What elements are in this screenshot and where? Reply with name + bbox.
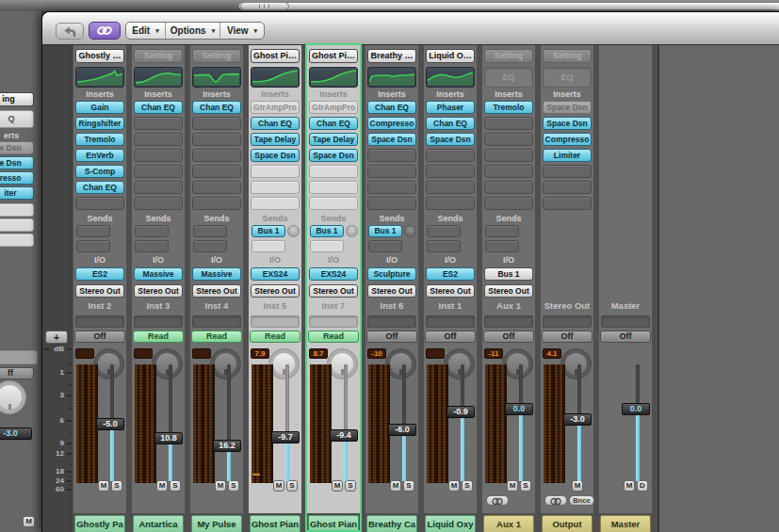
button-s[interactable]: S — [345, 480, 356, 492]
automation-mode-button[interactable]: Off — [366, 330, 417, 343]
output-slot[interactable]: Stereo Out — [75, 284, 124, 298]
track-name-tag[interactable]: Ghostly Pa — [74, 515, 125, 532]
send-slot[interactable] — [368, 240, 402, 252]
automation-mode-button[interactable]: Off — [542, 330, 592, 343]
link-mode-button[interactable] — [89, 22, 121, 40]
automation-mode-button[interactable]: Read — [250, 330, 300, 343]
eq-thumbnail[interactable] — [134, 67, 183, 88]
button-m[interactable]: M — [98, 480, 109, 492]
send-slot[interactable] — [193, 225, 227, 237]
group-slot[interactable] — [0, 350, 38, 364]
send-slot[interactable] — [310, 240, 344, 252]
eq-thumbnail[interactable] — [426, 67, 475, 88]
button-m[interactable]: M — [624, 480, 635, 492]
insert-slot[interactable] — [134, 181, 183, 194]
group-slot[interactable] — [426, 315, 475, 328]
send-slot[interactable]: Bus 1 — [252, 225, 285, 237]
insert-slot[interactable]: Phaser — [426, 101, 475, 114]
peak-display[interactable] — [426, 348, 445, 359]
send-slot[interactable] — [76, 240, 110, 252]
insert-slot[interactable]: Tremolo — [484, 101, 533, 114]
send-slot[interactable] — [76, 225, 110, 237]
insert-slot[interactable] — [484, 133, 533, 146]
automation-mode-button[interactable]: Read — [133, 330, 184, 343]
insert-slot[interactable]: iter — [0, 186, 34, 200]
insert-slot[interactable]: Space Dsn — [251, 149, 300, 162]
button-m[interactable]: M — [156, 480, 168, 492]
insert-slot[interactable] — [367, 197, 416, 210]
insert-slot[interactable]: Gain — [75, 101, 124, 114]
automation-mode-button[interactable]: Off — [74, 330, 125, 343]
channel-setting-button[interactable]: Setting — [543, 49, 592, 63]
send-level-knob[interactable] — [287, 225, 300, 237]
instrument-slot[interactable]: EXS24 — [251, 267, 300, 281]
send-slot[interactable] — [135, 225, 169, 237]
eq-display[interactable]: EQ — [543, 67, 592, 88]
track-name-tag[interactable]: Ghost Pian — [250, 515, 300, 532]
insert-slot[interactable]: e Dsn — [0, 141, 34, 154]
insert-slot[interactable]: Compresso — [367, 117, 416, 130]
insert-slot[interactable] — [309, 181, 358, 194]
peak-display[interactable]: -11 — [484, 348, 503, 359]
insert-slot[interactable] — [0, 218, 34, 232]
button-s[interactable]: S — [403, 480, 414, 492]
insert-slot[interactable] — [426, 181, 475, 194]
track-name-tag[interactable]: Ghost Pian — [308, 515, 359, 532]
insert-slot[interactable]: Chan EQ — [426, 117, 475, 130]
fader-value[interactable]: -0.9 — [446, 406, 475, 418]
window-titlebar[interactable]: Edit▾ Options▾ View▾ — [42, 12, 779, 45]
menu-edit[interactable]: Edit▾ — [126, 23, 166, 39]
group-slot[interactable] — [134, 315, 183, 328]
fader-value[interactable]: -6.0 — [388, 424, 416, 436]
insert-slot[interactable] — [543, 197, 592, 210]
automation-mode-button[interactable]: Off — [425, 330, 476, 343]
automation-mode-button[interactable]: Read — [191, 330, 242, 343]
button-s[interactable]: S — [520, 480, 531, 492]
track-name-tag[interactable]: Aux 1 — [483, 515, 534, 532]
instrument-slot[interactable]: Massive — [192, 267, 241, 281]
insert-slot[interactable] — [192, 181, 241, 194]
group-slot[interactable] — [75, 315, 124, 328]
peak-display[interactable] — [134, 348, 153, 359]
automation-mode-button[interactable]: Off — [600, 330, 651, 343]
button-m[interactable]: M — [332, 480, 343, 492]
eq-thumbnail[interactable] — [75, 67, 124, 88]
instrument-slot[interactable]: Sculpture — [367, 267, 416, 281]
button-s[interactable]: S — [111, 480, 122, 492]
insert-slot[interactable] — [251, 165, 300, 178]
fader-value[interactable]: -9.4 — [330, 429, 358, 442]
channel-setting-button[interactable]: Setting — [134, 49, 183, 63]
automation-mode-button[interactable]: Off — [483, 330, 534, 343]
insert-slot[interactable]: Compresso — [543, 133, 592, 146]
button-s[interactable]: S — [286, 480, 298, 492]
button-s[interactable]: S — [170, 480, 181, 492]
insert-slot[interactable] — [192, 133, 241, 146]
fader-value[interactable]: -5.0 — [96, 418, 124, 430]
pan-knob[interactable] — [0, 380, 26, 414]
peak-display[interactable]: 7.9 — [251, 348, 269, 359]
insert-slot[interactable] — [484, 197, 533, 210]
insert-slot[interactable]: Chan EQ — [192, 101, 241, 114]
insert-slot[interactable]: e Dsn — [0, 156, 34, 169]
send-slot[interactable] — [193, 240, 227, 252]
fader-value[interactable]: -3.0 — [0, 427, 32, 440]
insert-slot[interactable] — [309, 197, 358, 210]
group-slot[interactable] — [543, 315, 592, 328]
insert-slot[interactable] — [309, 165, 358, 178]
fader-value[interactable]: 0.0 — [622, 403, 650, 415]
button-m[interactable]: M — [215, 480, 226, 492]
fader-value[interactable]: 16.2 — [213, 440, 241, 452]
insert-slot[interactable]: GtrAmpPro — [251, 101, 300, 114]
insert-slot[interactable] — [484, 181, 533, 194]
output-slot[interactable]: Stereo Out — [367, 284, 416, 298]
insert-slot[interactable] — [75, 197, 124, 210]
peak-display[interactable] — [192, 348, 211, 359]
insert-slot[interactable]: Chan EQ — [367, 101, 416, 114]
channel-setting-button[interactable]: ing — [0, 92, 34, 106]
insert-slot[interactable]: Limiter — [543, 149, 592, 162]
bounce-button[interactable]: Bnce — [569, 495, 594, 506]
track-name-tag[interactable]: Output — [542, 515, 592, 532]
send-slot[interactable] — [427, 240, 461, 252]
group-slot[interactable] — [309, 315, 358, 328]
insert-slot[interactable] — [484, 165, 533, 178]
